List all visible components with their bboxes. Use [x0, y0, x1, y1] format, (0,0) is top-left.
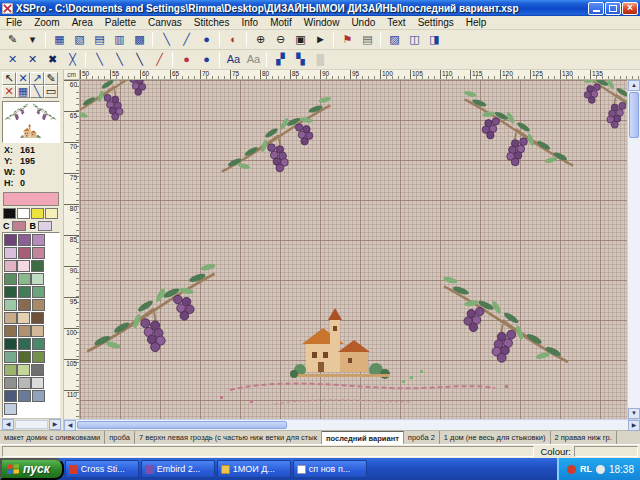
pattern-tab[interactable]: 1 дом (не весь для стыковки) [440, 431, 551, 444]
palette-swatch[interactable] [18, 377, 31, 389]
palette-swatch[interactable] [17, 312, 30, 324]
taskbar-button[interactable]: сп нов п... [293, 460, 367, 478]
palette-swatch[interactable] [31, 325, 44, 337]
menu-item[interactable]: Text [381, 16, 411, 29]
palette-swatch[interactable] [31, 312, 44, 324]
palette-swatch[interactable] [4, 247, 17, 259]
palette-swatch[interactable] [31, 377, 44, 389]
straight-stitch-button[interactable]: ╱ [177, 31, 196, 48]
mini-select-button[interactable]: ↖ [2, 72, 16, 85]
cross-large-button[interactable]: ✖ [43, 51, 62, 68]
palette-scroll-left-icon[interactable]: ◀ [2, 419, 14, 430]
zoom-fit-button[interactable]: ▣ [291, 31, 310, 48]
palette-swatch[interactable] [4, 299, 17, 311]
close-button[interactable]: × [622, 2, 638, 15]
palette-swatch[interactable] [18, 299, 31, 311]
quick-swatch[interactable] [17, 208, 30, 219]
language-indicator[interactable]: RL [580, 464, 592, 474]
pattern-diag-button[interactable]: ▞ [271, 51, 290, 68]
start-button[interactable]: пуск [0, 458, 64, 480]
palette-swatch[interactable] [4, 234, 17, 246]
menu-item[interactable]: Undo [345, 16, 381, 29]
backstitch-button[interactable]: ╲ [157, 31, 176, 48]
clock[interactable]: 18:38 [609, 464, 634, 475]
motif-c-button[interactable]: ◨ [425, 31, 444, 48]
mini-cross-red-button[interactable]: ✕ [2, 85, 16, 98]
palette-swatch[interactable] [18, 338, 31, 350]
palette-swatch[interactable] [31, 273, 44, 285]
pattern-tab[interactable]: макет домик с оливковками [0, 431, 105, 444]
palette-swatch[interactable] [32, 390, 45, 402]
full-stitch-button[interactable]: ▦ [50, 31, 69, 48]
three-quarter-stitch-button[interactable]: ▥ [110, 31, 129, 48]
pointer-button[interactable]: ► [311, 31, 330, 48]
mini-pencil-button[interactable]: ✎ [44, 72, 58, 85]
half-cross-button[interactable]: ╳ [63, 51, 82, 68]
palette-swatch[interactable] [31, 260, 44, 272]
quarter-stitch-button[interactable]: ▤ [90, 31, 109, 48]
horizontal-scrollbar[interactable]: ◀ ▶ [64, 419, 640, 430]
pattern-tab[interactable]: 2 правая ниж гр. [551, 431, 617, 444]
palette-swatch[interactable] [32, 286, 45, 298]
bead-red-button[interactable]: ● [177, 51, 196, 68]
palette-swatch[interactable] [32, 351, 45, 363]
palette-swatch[interactable] [4, 325, 17, 337]
hscroll-thumb[interactable] [77, 421, 287, 429]
palette-swatch[interactable] [4, 351, 17, 363]
font-main-button[interactable]: Aa [224, 51, 243, 68]
mini-grid-button[interactable]: ▦ [16, 85, 30, 98]
half-stitch-button[interactable]: ▧ [70, 31, 89, 48]
bead-blue-button[interactable]: ● [197, 51, 216, 68]
menu-item[interactable]: Motif [264, 16, 298, 29]
mini-arrow-button[interactable]: ↗ [30, 72, 44, 85]
flag-button[interactable]: ⚑ [338, 31, 357, 48]
menu-item[interactable]: Settings [412, 16, 460, 29]
quick-swatch[interactable] [31, 208, 44, 219]
palette-swatch[interactable] [4, 273, 17, 285]
taskbar-button[interactable]: Cross Sti... [65, 460, 139, 478]
palette-swatch[interactable] [4, 390, 17, 402]
scroll-right-icon[interactable]: ▶ [628, 420, 640, 431]
menu-item[interactable]: Palette [99, 16, 142, 29]
stitch-canvas[interactable] [80, 80, 627, 419]
menu-item[interactable]: File [0, 16, 28, 29]
scroll-left-icon[interactable]: ◀ [64, 420, 76, 431]
line-red-button[interactable]: ╱ [150, 51, 169, 68]
back-thin-button[interactable]: ╲ [90, 51, 109, 68]
zoom-out-button[interactable]: ⊖ [271, 31, 290, 48]
pattern-tab[interactable]: 7 верхн левая гроздь (с частью ниж ветки… [135, 431, 322, 444]
minimize-button[interactable] [588, 2, 604, 15]
current-color-swatch[interactable] [3, 192, 59, 206]
b-color-swatch[interactable] [38, 221, 52, 231]
palette-swatch[interactable] [32, 338, 45, 350]
maximize-button[interactable] [605, 2, 621, 15]
palette-swatch[interactable] [18, 247, 31, 259]
palette-swatch[interactable] [18, 234, 31, 246]
pattern-tab[interactable]: проба 2 [404, 431, 440, 444]
palette-swatch[interactable] [4, 377, 17, 389]
scroll-down-icon[interactable]: ▼ [628, 408, 640, 419]
cross-small-button[interactable]: ✕ [3, 51, 22, 68]
palette-swatch[interactable] [31, 364, 44, 376]
tray-app-icon[interactable] [567, 465, 576, 474]
palette-swatch[interactable] [4, 286, 17, 298]
palette-swatch[interactable] [4, 260, 17, 272]
special-stitch-button[interactable]: ▩ [130, 31, 149, 48]
palette-swatch[interactable] [32, 234, 45, 246]
vscroll-thumb[interactable] [629, 92, 639, 138]
palette-swatch[interactable] [4, 403, 17, 415]
menu-item[interactable]: Area [66, 16, 99, 29]
quick-swatch[interactable] [3, 208, 16, 219]
back-thick-button[interactable]: ╲ [130, 51, 149, 68]
palette-swatch[interactable] [32, 247, 45, 259]
palette-swatch[interactable] [4, 338, 17, 350]
quick-swatch[interactable] [45, 208, 58, 219]
palette-scroll-track[interactable] [15, 420, 48, 429]
cross-medium-button[interactable]: ✕ [23, 51, 42, 68]
menu-item[interactable]: Help [460, 16, 493, 29]
node-color-button[interactable]: ◐ [224, 31, 243, 48]
motif-b-button[interactable]: ◫ [405, 31, 424, 48]
palette-swatch[interactable] [18, 273, 31, 285]
menu-item[interactable]: Window [298, 16, 346, 29]
pencil-button[interactable]: ✎ [3, 31, 22, 48]
